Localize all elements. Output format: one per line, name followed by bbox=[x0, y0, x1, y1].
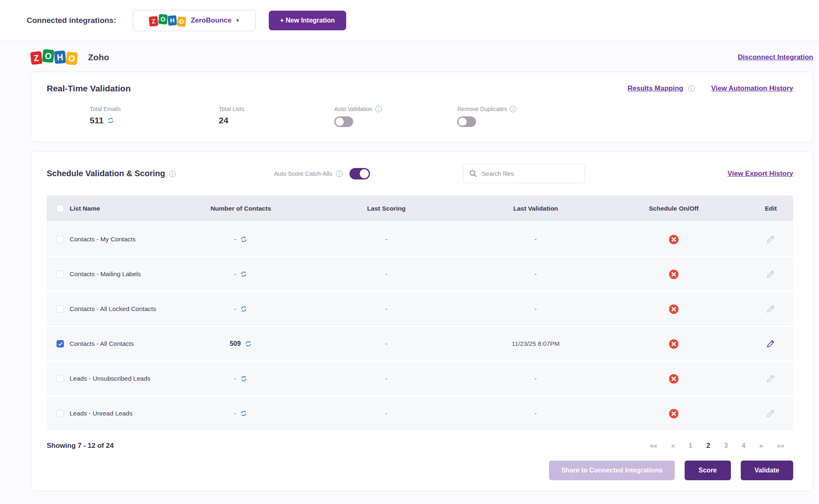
contacts-count: - bbox=[234, 305, 236, 313]
last-validation: - bbox=[472, 410, 599, 417]
view-automation-history-link[interactable]: View Automation History bbox=[711, 84, 793, 93]
last-scoring: - bbox=[300, 236, 472, 243]
contacts-count: - bbox=[234, 236, 236, 243]
schedule-off-icon[interactable] bbox=[669, 409, 679, 419]
results-mapping-link[interactable]: Results Mapping bbox=[628, 84, 683, 93]
auto-validation-info-icon[interactable]: i bbox=[375, 106, 382, 112]
total-emails-stat: Total Emails 511 bbox=[90, 106, 219, 125]
select-all-checkbox[interactable] bbox=[57, 205, 64, 212]
last-validation: - bbox=[472, 305, 599, 313]
zoho-logo-tile: O bbox=[66, 52, 78, 66]
edit-pencil-icon[interactable] bbox=[766, 409, 775, 418]
schedule-validation-title: Schedule Validation & Scoring bbox=[47, 169, 165, 178]
auto-score-block: Auto Score Catch-Alls i bbox=[274, 168, 370, 179]
contacts-count: - bbox=[234, 375, 236, 382]
col-list-name: List Name bbox=[70, 205, 100, 212]
edit-pencil-icon[interactable] bbox=[766, 374, 775, 383]
contacts-count: - bbox=[234, 410, 236, 417]
search-icon bbox=[469, 170, 477, 177]
edit-pencil-icon[interactable] bbox=[766, 270, 775, 279]
list-name: Contacts - All Contacts bbox=[70, 340, 134, 347]
zoho-logo: ZOHO bbox=[31, 51, 77, 64]
auto-score-label: Auto Score Catch-Alls bbox=[274, 170, 332, 177]
row-checkbox[interactable] bbox=[57, 410, 64, 417]
total-lists-value: 24 bbox=[219, 116, 228, 125]
col-edit: Edit bbox=[765, 205, 777, 212]
list-name: Contacts - My Contacts bbox=[70, 236, 136, 243]
last-validation: - bbox=[472, 270, 599, 278]
pagination-arrow[interactable]: »» bbox=[777, 442, 784, 450]
auto-validation-toggle[interactable] bbox=[334, 116, 353, 127]
integration-header: ZOHO Zoho Disconnect Integration bbox=[31, 51, 813, 64]
validate-button[interactable]: Validate bbox=[741, 461, 793, 480]
last-validation: 11/23/25 8:07PM bbox=[472, 340, 599, 347]
pagination-arrow[interactable]: « bbox=[671, 442, 675, 450]
last-scoring: - bbox=[300, 375, 472, 382]
refresh-icon[interactable] bbox=[240, 305, 247, 313]
auto-score-info-icon[interactable]: i bbox=[336, 170, 343, 177]
row-checkbox[interactable] bbox=[57, 375, 64, 382]
disconnect-integration-link[interactable]: Disconnect Integration bbox=[738, 53, 813, 61]
row-checkbox[interactable] bbox=[57, 305, 64, 313]
last-validation: - bbox=[472, 236, 599, 243]
schedule-validation-card: Schedule Validation & Scoring i Auto Sco… bbox=[31, 151, 813, 491]
zoho-logo-icon: ZOHO bbox=[149, 16, 186, 25]
remove-duplicates-block: Remove Duplicates i bbox=[457, 106, 580, 127]
results-mapping-info-icon[interactable]: i bbox=[688, 85, 695, 92]
row-checkbox[interactable] bbox=[57, 236, 64, 243]
refresh-icon[interactable] bbox=[245, 340, 252, 347]
last-scoring: - bbox=[300, 305, 472, 313]
col-last-validation: Last Validation bbox=[472, 205, 599, 212]
edit-pencil-icon[interactable] bbox=[766, 304, 775, 313]
row-checkbox[interactable] bbox=[57, 340, 64, 347]
connected-integrations-label: Connected integrations: bbox=[27, 16, 116, 25]
zoho-logo-tile: H bbox=[54, 50, 66, 64]
search-box[interactable] bbox=[463, 164, 585, 183]
pagination-arrow[interactable]: «« bbox=[650, 442, 657, 450]
new-integration-button[interactable]: + New Integration bbox=[269, 11, 347, 30]
search-input[interactable] bbox=[482, 170, 579, 177]
edit-pencil-icon[interactable] bbox=[766, 235, 775, 244]
table-row: Contacts - Mailing Labels--- bbox=[47, 256, 793, 291]
auto-score-toggle[interactable] bbox=[349, 168, 370, 179]
schedule-validation-info-icon[interactable]: i bbox=[169, 170, 176, 177]
schedule-off-icon[interactable] bbox=[669, 234, 679, 245]
showing-count-label: Showing 7 - 12 of 24 bbox=[47, 442, 113, 450]
table-row: Contacts - All Contacts509-11/23/25 8:07… bbox=[47, 326, 793, 361]
schedule-off-icon[interactable] bbox=[669, 339, 679, 349]
total-emails-label: Total Emails bbox=[90, 106, 219, 112]
share-to-connected-integrations-button[interactable]: Share to Connected Integrations bbox=[549, 461, 675, 480]
pagination-page-4[interactable]: 4 bbox=[742, 442, 745, 450]
row-checkbox[interactable] bbox=[57, 270, 64, 278]
last-scoring: - bbox=[300, 270, 472, 278]
pagination-arrow[interactable]: » bbox=[759, 442, 763, 450]
refresh-icon[interactable] bbox=[240, 270, 247, 278]
view-export-history-link[interactable]: View Export History bbox=[728, 170, 793, 178]
integration-dropdown-value: ZeroBounce bbox=[191, 16, 231, 25]
last-scoring: - bbox=[300, 410, 472, 417]
pagination-page-3[interactable]: 3 bbox=[724, 442, 728, 450]
schedule-off-icon[interactable] bbox=[669, 269, 679, 279]
refresh-icon[interactable] bbox=[107, 117, 114, 124]
edit-pencil-icon[interactable] bbox=[766, 339, 775, 348]
topbar: Connected integrations: ZOHO ZeroBounce … bbox=[0, 0, 819, 41]
integration-dropdown[interactable]: ZOHO ZeroBounce ▾ bbox=[133, 10, 256, 31]
refresh-icon[interactable] bbox=[240, 236, 247, 243]
pagination-page-1[interactable]: 1 bbox=[689, 442, 692, 450]
refresh-icon[interactable] bbox=[240, 410, 247, 417]
last-validation: - bbox=[472, 375, 599, 382]
refresh-icon[interactable] bbox=[240, 375, 247, 382]
schedule-off-icon[interactable] bbox=[669, 304, 679, 314]
col-schedule-on-off: Schedule On/Off bbox=[649, 205, 699, 212]
schedule-off-icon[interactable] bbox=[669, 374, 679, 384]
remove-duplicates-info-icon[interactable]: i bbox=[510, 106, 516, 112]
zoho-logo-tile: Z bbox=[149, 16, 158, 26]
list-name: Leads - Unread Leads bbox=[70, 410, 132, 417]
pagination-page-2[interactable]: 2 bbox=[706, 442, 710, 450]
remove-duplicates-toggle[interactable] bbox=[457, 116, 476, 127]
score-button[interactable]: Score bbox=[685, 461, 731, 480]
table-row: Contacts - All Locked Contacts--- bbox=[47, 291, 793, 326]
table-body: Contacts - My Contacts---Contacts - Mail… bbox=[47, 221, 793, 430]
integration-name: Zoho bbox=[88, 52, 109, 62]
table-row: Contacts - My Contacts--- bbox=[47, 221, 793, 256]
